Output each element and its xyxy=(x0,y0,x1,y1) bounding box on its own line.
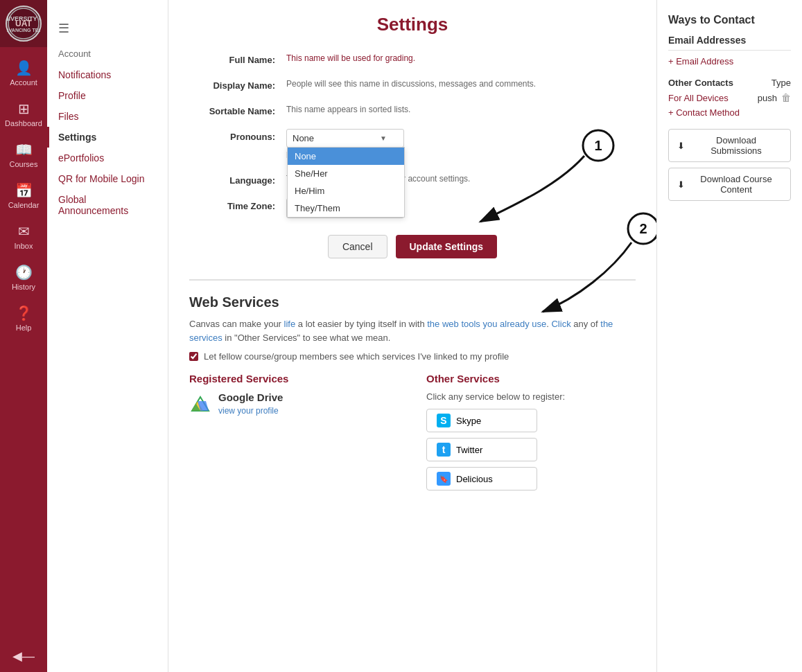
push-row: push 🗑 xyxy=(758,92,791,103)
pronouns-selected-value: None xyxy=(293,133,314,143)
registered-services-col: Registered Services Google Drive view yo… xyxy=(189,373,399,496)
google-drive-icon xyxy=(189,393,211,415)
linked-services-label: Let fellow course/group members see whic… xyxy=(204,351,509,362)
twitter-button[interactable]: t Twitter xyxy=(426,438,537,461)
sidebar-item-help-label: Help xyxy=(16,324,32,332)
services-grid: Registered Services Google Drive view yo… xyxy=(189,373,636,496)
other-services-desc: Click any service below to register: xyxy=(426,391,636,402)
form-actions: Cancel Update Settings xyxy=(189,235,636,258)
add-email-link[interactable]: + Email Address xyxy=(668,56,791,67)
skype-label: Skype xyxy=(456,416,481,426)
pronouns-content: None None She/Her He/Him They/Them he wh… xyxy=(286,129,636,160)
life-link[interactable]: life xyxy=(284,319,296,329)
sortable-name-content: This name appears in sorted lists. xyxy=(286,103,636,114)
pronouns-selected[interactable]: None xyxy=(287,130,403,147)
sidebar-item-courses[interactable]: 📖 Courses xyxy=(0,134,47,175)
pronouns-option-she[interactable]: She/Her xyxy=(288,165,404,182)
click-link[interactable]: Click xyxy=(551,319,570,329)
delicious-button[interactable]: 🔖 Delicious xyxy=(426,467,537,490)
sidebar-item-account-label: Account xyxy=(10,78,37,87)
svg-text:ADVANCING TECH: ADVANCING TECH xyxy=(7,28,40,33)
nav-files[interactable]: Files xyxy=(47,106,168,127)
sidebar-item-inbox[interactable]: ✉ Inbox xyxy=(0,216,47,257)
sidebar-item-calendar[interactable]: 📅 Calendar xyxy=(0,175,47,216)
view-profile-link[interactable]: view your profile xyxy=(218,406,283,416)
page-title: Settings xyxy=(189,14,636,35)
account-label: Account xyxy=(47,48,168,64)
web-services-desc: Canvas can make your life a lot easier b… xyxy=(189,317,636,344)
other-contacts-label: Other Contacts xyxy=(668,78,733,88)
add-contact-link[interactable]: + Contact Method xyxy=(668,107,791,118)
account-icon: 👤 xyxy=(15,60,33,76)
nav-profile[interactable]: Profile xyxy=(47,85,168,106)
other-services-title: Other Services xyxy=(426,373,636,384)
google-drive-service: Google Drive view your profile xyxy=(189,391,399,416)
hamburger-menu[interactable]: ☰ xyxy=(47,14,168,43)
full-name-label: Full Name: xyxy=(189,52,286,65)
logo-icon: UNIVERSITY OF UAT ADVANCING TECH xyxy=(6,6,42,42)
display-name-content: People will see this name in discussions… xyxy=(286,78,636,89)
left-sidebar: UNIVERSITY OF UAT ADVANCING TECH 👤 Accou… xyxy=(0,0,47,672)
sortable-name-hint: This name appears in sorted lists. xyxy=(286,105,636,114)
sortable-name-label: Sortable Name: xyxy=(189,103,286,116)
courses-icon: 📖 xyxy=(15,141,33,158)
nav-settings[interactable]: Settings xyxy=(47,127,168,148)
display-name-label: Display Name: xyxy=(189,78,286,91)
sidebar-item-inbox-label: Inbox xyxy=(15,242,33,250)
settings-form: Full Name: This name will be used for gr… xyxy=(189,52,636,258)
language-label: Language: xyxy=(189,173,286,186)
timezone-label: Time Zone: xyxy=(189,198,286,211)
inbox-icon: ✉ xyxy=(18,223,30,240)
nav-eportfolios[interactable]: ePortfolios xyxy=(47,148,168,168)
pronouns-option-he[interactable]: He/Him xyxy=(288,182,404,200)
full-name-content: This name will be used for grading. xyxy=(286,52,636,63)
sidebar-item-account[interactable]: 👤 Account xyxy=(0,53,47,94)
collapse-icon: ◀— xyxy=(12,648,35,664)
skype-button[interactable]: S Skype xyxy=(426,409,537,432)
services-link[interactable]: the services xyxy=(189,319,613,343)
web-tools-link[interactable]: the web tools you already use xyxy=(427,319,546,329)
full-name-hint: This name will be used for grading. xyxy=(286,53,636,63)
pronouns-option-none[interactable]: None xyxy=(288,148,404,165)
nav-qr[interactable]: QR for Mobile Login xyxy=(47,168,168,189)
pronouns-row: Pronouns: None None She/Her He/Him They/… xyxy=(189,129,636,160)
linked-services-checkbox[interactable] xyxy=(189,352,198,361)
collapse-button[interactable]: ◀— xyxy=(0,640,47,672)
registered-title: Registered Services xyxy=(189,373,399,384)
download-course-content-button[interactable]: ⬇ Download Course Content xyxy=(668,168,791,201)
update-settings-button[interactable]: Update Settings xyxy=(396,235,498,258)
checkbox-row: Let fellow course/group members see whic… xyxy=(189,351,636,362)
sidebar-item-history[interactable]: 🕐 History xyxy=(0,257,47,298)
nav-notifications[interactable]: Notifications xyxy=(47,64,168,85)
nav-global[interactable]: Global Announcements xyxy=(47,189,168,221)
sidebar-item-courses-label: Courses xyxy=(10,160,38,168)
other-contacts-header: Other Contacts Type xyxy=(668,78,791,88)
other-services-col: Other Services Click any service below t… xyxy=(426,373,636,496)
history-icon: 🕐 xyxy=(15,264,33,281)
download-course-content-label: Download Course Content xyxy=(690,174,782,195)
dashboard-icon: ⊞ xyxy=(18,100,30,117)
twitter-label: Twitter xyxy=(456,445,482,455)
display-name-row: Display Name: People will see this name … xyxy=(189,78,636,91)
delicious-label: Delicious xyxy=(456,474,493,484)
twitter-icon: t xyxy=(437,443,451,457)
main-content: Settings Full Name: This name will be us… xyxy=(168,0,656,672)
download-submissions-button[interactable]: ⬇ Download Submissions xyxy=(668,129,791,162)
sidebar-item-dashboard-label: Dashboard xyxy=(5,119,42,127)
svg-text:2: 2 xyxy=(639,221,647,236)
delete-contact-button[interactable]: 🗑 xyxy=(781,92,791,103)
sidebar-item-help[interactable]: ❓ Help xyxy=(0,298,47,339)
sidebar-item-calendar-label: Calendar xyxy=(8,201,40,209)
right-sidebar: Ways to Contact Email Addresses + Email … xyxy=(656,0,802,672)
pronouns-option-they[interactable]: They/Them xyxy=(288,200,404,217)
download-submissions-label: Download Submissions xyxy=(690,135,782,156)
google-drive-info: Google Drive view your profile xyxy=(218,391,283,416)
logo-area: UNIVERSITY OF UAT ADVANCING TECH xyxy=(0,0,47,47)
svg-text:UAT: UAT xyxy=(15,19,32,28)
secondary-nav: ☰ Account Notifications Profile Files Se… xyxy=(47,0,168,672)
pronouns-dropdown[interactable]: None None She/Her He/Him They/Them xyxy=(286,129,404,148)
sidebar-item-dashboard[interactable]: ⊞ Dashboard xyxy=(0,94,47,134)
cancel-button[interactable]: Cancel xyxy=(328,235,387,258)
push-label: push xyxy=(758,93,777,103)
pronouns-container: None None She/Her He/Him They/Them xyxy=(286,129,404,148)
